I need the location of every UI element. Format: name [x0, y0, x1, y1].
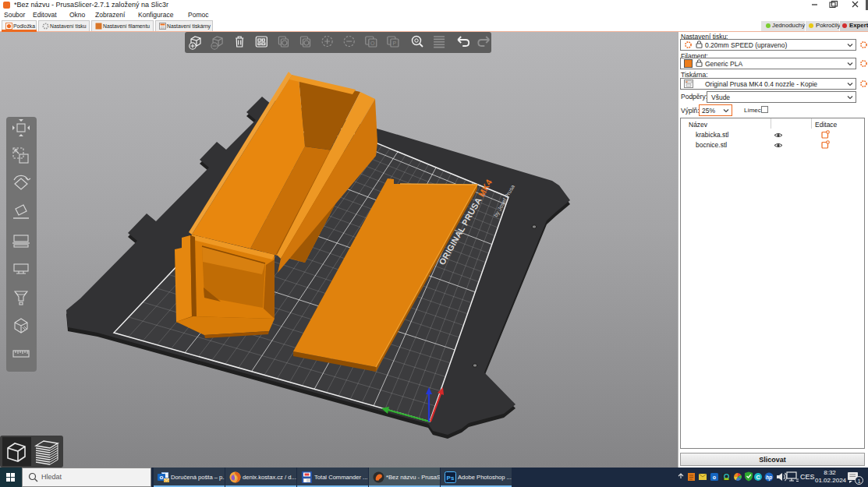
svg-text:o: o — [713, 475, 716, 480]
svg-text:C: C — [756, 475, 760, 480]
svg-text:o: o — [160, 474, 164, 481]
svg-text:hp: hp — [766, 475, 772, 481]
svg-text:P: P — [393, 41, 397, 46]
svg-text:O: O — [370, 41, 375, 46]
svg-text:1: 1 — [857, 478, 860, 485]
svg-text:Ps: Ps — [447, 475, 455, 482]
